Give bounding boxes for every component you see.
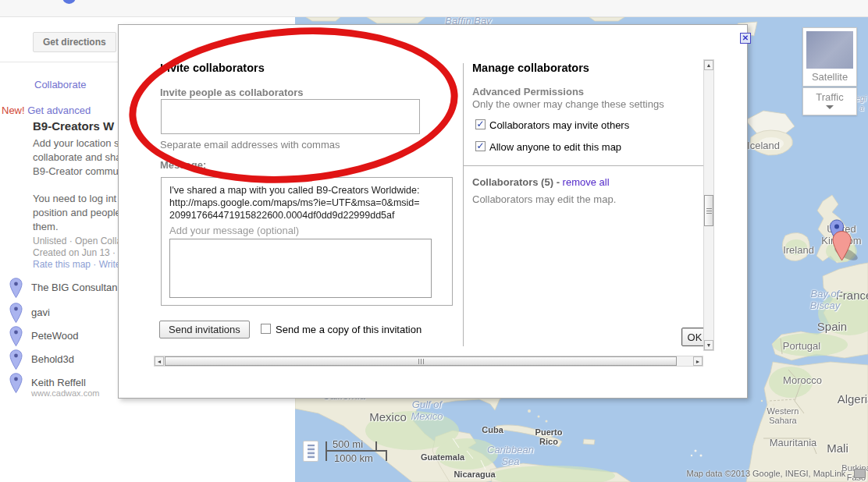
place-pin-icon bbox=[9, 278, 23, 299]
place-pin-icon bbox=[9, 303, 23, 324]
scroll-right-arrow-icon[interactable]: ► bbox=[693, 356, 703, 366]
invite-field-hint: Separate email addresses with commas bbox=[160, 139, 340, 151]
satellite-label: Satellite bbox=[806, 71, 853, 83]
manage-collaborators-title: Manage collaborators bbox=[472, 62, 589, 74]
permission-checkbox-label: Collaborators may invite others bbox=[489, 119, 629, 131]
permission-checkbox[interactable]: ✓ bbox=[475, 119, 486, 129]
message-label: Message: bbox=[160, 159, 206, 171]
map-pin-red[interactable] bbox=[831, 230, 852, 262]
collaborate-link[interactable]: Collaborate bbox=[34, 79, 87, 90]
collaborators-heading-line: Collaborators (5) - remove all bbox=[472, 176, 610, 188]
permission-checkbox[interactable]: ✓ bbox=[475, 141, 486, 151]
map-attribution: Map data ©2013 Google, INEGI, MapLink - bbox=[687, 469, 852, 478]
satellite-button[interactable]: Satellite bbox=[802, 27, 857, 87]
place-label: PeteWood bbox=[31, 330, 78, 342]
get-directions-button[interactable]: Get directions bbox=[33, 32, 116, 52]
map-attribution-icon bbox=[854, 469, 866, 478]
share-message-text: I've shared a map with you called B9-Cre… bbox=[169, 184, 444, 222]
vertical-scroll-thumb[interactable] bbox=[704, 195, 713, 226]
satellite-thumbnail-image bbox=[806, 31, 853, 69]
send-invitations-button[interactable]: Send invitations bbox=[159, 321, 250, 338]
permission-checkbox-label: Allow anyone to edit this map bbox=[489, 141, 621, 153]
place-label: Behold3d bbox=[31, 353, 74, 365]
invite-collaborators-title: Invite collaborators bbox=[160, 62, 265, 74]
advanced-permissions-label: Advanced Permissions bbox=[472, 86, 584, 97]
scroll-up-arrow-icon[interactable]: ▲ bbox=[704, 60, 713, 70]
remove-all-link[interactable]: remove all bbox=[563, 176, 610, 188]
get-advanced-link[interactable]: Get advanced bbox=[27, 105, 91, 116]
text-line: http://maps.google.com/maps/ms?ie=UTF&ms… bbox=[169, 197, 444, 209]
send-copy-checkbox[interactable] bbox=[261, 324, 271, 334]
advanced-permissions-desc: Only the owner may change these settings bbox=[472, 98, 664, 110]
optional-message-input[interactable] bbox=[169, 239, 432, 298]
text-line: 209917664471915822600.0004df0dd9d22999dd… bbox=[169, 209, 444, 222]
scale-miles-label: 500 mi bbox=[333, 438, 363, 450]
place-label: gavi bbox=[31, 307, 50, 318]
scroll-left-arrow-icon[interactable]: ◄ bbox=[155, 356, 164, 366]
scale-bar-km-tick bbox=[386, 450, 387, 461]
scroll-down-arrow-icon[interactable]: ▼ bbox=[704, 340, 713, 350]
dialog-column-divider bbox=[463, 63, 464, 346]
map-created-meta: Created on Jun 13 · By bbox=[33, 247, 129, 258]
message-box: I've shared a map with you called B9-Cre… bbox=[161, 177, 453, 306]
invite-emails-input[interactable] bbox=[161, 99, 420, 134]
ruler-icon[interactable] bbox=[303, 441, 318, 462]
dialog-horizontal-scrollbar[interactable]: ◄ ► bbox=[154, 356, 703, 367]
chevron-down-icon bbox=[826, 105, 834, 109]
new-badge: New! bbox=[2, 105, 25, 116]
scale-bar-mi-tick bbox=[375, 441, 377, 450]
close-icon[interactable]: ✕ bbox=[740, 33, 751, 44]
collaborators-desc: Collaborators may edit the map. bbox=[472, 193, 616, 205]
place-pin-icon bbox=[9, 373, 23, 394]
map-title: B9-Creators W bbox=[33, 119, 114, 133]
place-pin-icon bbox=[9, 349, 23, 370]
collaborate-dialog: ✕ Invite collaborators Invite people as … bbox=[118, 24, 748, 399]
manage-section-divider bbox=[463, 165, 706, 166]
scale-km-label: 1000 km bbox=[334, 452, 373, 464]
text-line: I've shared a map with you called B9-Cre… bbox=[169, 184, 444, 197]
place-pin-icon bbox=[9, 326, 23, 347]
new-advanced-line: New! Get advanced bbox=[2, 105, 91, 116]
optional-message-label: Add your message (optional) bbox=[169, 225, 444, 236]
dialog-vertical-scrollbar[interactable]: ▲ ▼ bbox=[703, 59, 714, 351]
place-label: Keith Reffell bbox=[31, 377, 86, 388]
send-copy-label: Send me a copy of this invitation bbox=[276, 324, 422, 335]
collaborators-count: Collaborators (5) bbox=[472, 176, 553, 188]
place-sub-label: www.cadwax.com bbox=[31, 388, 99, 398]
rate-write-links[interactable]: Rate this map · Write a bbox=[33, 259, 128, 270]
page-header bbox=[0, 0, 868, 17]
traffic-button[interactable]: Traffic bbox=[802, 87, 857, 115]
invite-field-label: Invite people as collaborators bbox=[160, 87, 304, 98]
place-label: The BIG Consultan bbox=[31, 282, 118, 293]
horizontal-scroll-thumb[interactable] bbox=[165, 356, 677, 366]
traffic-label: Traffic bbox=[816, 91, 843, 103]
scale-bar-line bbox=[326, 450, 387, 452]
